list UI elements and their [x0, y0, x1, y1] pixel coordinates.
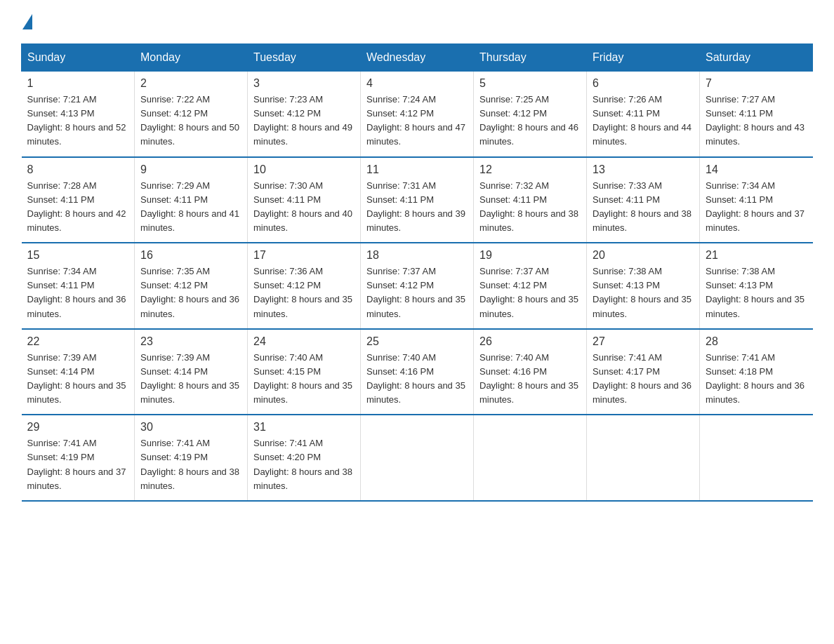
day-number: 2: [140, 77, 241, 90]
day-info: Sunrise: 7:37 AMSunset: 4:12 PMDaylight:…: [479, 264, 581, 321]
calendar-cell: 7 Sunrise: 7:27 AMSunset: 4:11 PMDayligh…: [700, 72, 813, 157]
day-number: 4: [366, 77, 468, 90]
day-number: 3: [253, 77, 355, 90]
calendar-cell: [361, 415, 474, 501]
calendar-cell: 3 Sunrise: 7:23 AMSunset: 4:12 PMDayligh…: [248, 72, 361, 157]
calendar-week-row: 8 Sunrise: 7:28 AMSunset: 4:11 PMDayligh…: [22, 157, 813, 243]
calendar-cell: 17 Sunrise: 7:36 AMSunset: 4:12 PMDaylig…: [248, 243, 361, 329]
day-number: 12: [479, 163, 581, 176]
calendar-cell: 10 Sunrise: 7:30 AMSunset: 4:11 PMDaylig…: [248, 157, 361, 243]
day-info: Sunrise: 7:21 AMSunset: 4:13 PMDaylight:…: [27, 93, 129, 149]
logo: [21, 14, 34, 29]
day-info: Sunrise: 7:41 AMSunset: 4:20 PMDaylight:…: [253, 436, 355, 493]
calendar-cell: 25 Sunrise: 7:40 AMSunset: 4:16 PMDaylig…: [361, 329, 474, 415]
header-sunday: Sunday: [22, 44, 135, 72]
calendar-body: 1 Sunrise: 7:21 AMSunset: 4:13 PMDayligh…: [22, 72, 813, 501]
day-info: Sunrise: 7:41 AMSunset: 4:17 PMDaylight:…: [593, 351, 694, 408]
day-info: Sunrise: 7:41 AMSunset: 4:19 PMDaylight:…: [27, 436, 129, 493]
header-saturday: Saturday: [700, 44, 813, 72]
day-number: 24: [253, 335, 355, 348]
calendar-cell: [587, 415, 700, 501]
calendar-cell: 30 Sunrise: 7:41 AMSunset: 4:19 PMDaylig…: [135, 415, 248, 501]
calendar-cell: [700, 415, 813, 501]
day-number: 18: [366, 249, 468, 262]
day-number: 20: [593, 249, 694, 262]
day-info: Sunrise: 7:37 AMSunset: 4:12 PMDaylight:…: [366, 264, 468, 321]
logo-triangle-icon: [22, 14, 32, 29]
calendar-cell: 11 Sunrise: 7:31 AMSunset: 4:11 PMDaylig…: [361, 157, 474, 243]
page-header: [21, 14, 813, 29]
day-info: Sunrise: 7:38 AMSunset: 4:13 PMDaylight:…: [593, 264, 694, 321]
calendar-cell: 21 Sunrise: 7:38 AMSunset: 4:13 PMDaylig…: [700, 243, 813, 329]
day-info: Sunrise: 7:30 AMSunset: 4:11 PMDaylight:…: [253, 179, 355, 236]
day-info: Sunrise: 7:31 AMSunset: 4:11 PMDaylight:…: [366, 179, 468, 236]
day-number: 25: [366, 335, 468, 348]
day-info: Sunrise: 7:34 AMSunset: 4:11 PMDaylight:…: [27, 264, 129, 321]
day-number: 5: [479, 77, 581, 90]
calendar-table: Sunday Monday Tuesday Wednesday Thursday…: [21, 43, 813, 502]
calendar-cell: 26 Sunrise: 7:40 AMSunset: 4:16 PMDaylig…: [474, 329, 587, 415]
header-friday: Friday: [587, 44, 700, 72]
day-number: 29: [27, 421, 129, 434]
day-number: 13: [593, 163, 694, 176]
day-number: 16: [140, 249, 241, 262]
header-tuesday: Tuesday: [248, 44, 361, 72]
day-info: Sunrise: 7:25 AMSunset: 4:12 PMDaylight:…: [479, 93, 581, 149]
day-number: 14: [706, 163, 807, 176]
calendar-cell: 8 Sunrise: 7:28 AMSunset: 4:11 PMDayligh…: [22, 157, 135, 243]
calendar-cell: [474, 415, 587, 501]
header-monday: Monday: [135, 44, 248, 72]
calendar-week-row: 29 Sunrise: 7:41 AMSunset: 4:19 PMDaylig…: [22, 415, 813, 501]
day-number: 15: [27, 249, 129, 262]
day-info: Sunrise: 7:35 AMSunset: 4:12 PMDaylight:…: [140, 264, 241, 321]
day-info: Sunrise: 7:32 AMSunset: 4:11 PMDaylight:…: [479, 179, 581, 236]
day-number: 22: [27, 335, 129, 348]
day-info: Sunrise: 7:28 AMSunset: 4:11 PMDaylight:…: [27, 179, 129, 236]
day-number: 23: [140, 335, 241, 348]
calendar-cell: 18 Sunrise: 7:37 AMSunset: 4:12 PMDaylig…: [361, 243, 474, 329]
calendar-week-row: 22 Sunrise: 7:39 AMSunset: 4:14 PMDaylig…: [22, 329, 813, 415]
day-info: Sunrise: 7:40 AMSunset: 4:16 PMDaylight:…: [366, 351, 468, 408]
calendar-cell: 23 Sunrise: 7:39 AMSunset: 4:14 PMDaylig…: [135, 329, 248, 415]
day-info: Sunrise: 7:24 AMSunset: 4:12 PMDaylight:…: [366, 93, 468, 149]
day-number: 10: [253, 163, 355, 176]
day-number: 26: [479, 335, 581, 348]
calendar-cell: 2 Sunrise: 7:22 AMSunset: 4:12 PMDayligh…: [135, 72, 248, 157]
calendar-cell: 19 Sunrise: 7:37 AMSunset: 4:12 PMDaylig…: [474, 243, 587, 329]
day-info: Sunrise: 7:23 AMSunset: 4:12 PMDaylight:…: [253, 93, 355, 149]
day-number: 7: [706, 77, 807, 90]
calendar-cell: 13 Sunrise: 7:33 AMSunset: 4:11 PMDaylig…: [587, 157, 700, 243]
calendar-cell: 27 Sunrise: 7:41 AMSunset: 4:17 PMDaylig…: [587, 329, 700, 415]
calendar-cell: 15 Sunrise: 7:34 AMSunset: 4:11 PMDaylig…: [22, 243, 135, 329]
day-number: 17: [253, 249, 355, 262]
day-number: 28: [706, 335, 807, 348]
day-info: Sunrise: 7:26 AMSunset: 4:11 PMDaylight:…: [593, 93, 694, 149]
day-info: Sunrise: 7:27 AMSunset: 4:11 PMDaylight:…: [706, 93, 807, 149]
day-number: 9: [140, 163, 241, 176]
day-number: 6: [593, 77, 694, 90]
calendar-cell: 6 Sunrise: 7:26 AMSunset: 4:11 PMDayligh…: [587, 72, 700, 157]
day-info: Sunrise: 7:29 AMSunset: 4:11 PMDaylight:…: [140, 179, 241, 236]
weekday-header-row: Sunday Monday Tuesday Wednesday Thursday…: [22, 44, 813, 72]
day-info: Sunrise: 7:33 AMSunset: 4:11 PMDaylight:…: [593, 179, 694, 236]
day-info: Sunrise: 7:40 AMSunset: 4:15 PMDaylight:…: [253, 351, 355, 408]
calendar-cell: 31 Sunrise: 7:41 AMSunset: 4:20 PMDaylig…: [248, 415, 361, 501]
calendar-cell: 14 Sunrise: 7:34 AMSunset: 4:11 PMDaylig…: [700, 157, 813, 243]
calendar-cell: 20 Sunrise: 7:38 AMSunset: 4:13 PMDaylig…: [587, 243, 700, 329]
calendar-cell: 5 Sunrise: 7:25 AMSunset: 4:12 PMDayligh…: [474, 72, 587, 157]
day-number: 21: [706, 249, 807, 262]
calendar-week-row: 1 Sunrise: 7:21 AMSunset: 4:13 PMDayligh…: [22, 72, 813, 157]
calendar-cell: 1 Sunrise: 7:21 AMSunset: 4:13 PMDayligh…: [22, 72, 135, 157]
day-info: Sunrise: 7:22 AMSunset: 4:12 PMDaylight:…: [140, 93, 241, 149]
calendar-cell: 22 Sunrise: 7:39 AMSunset: 4:14 PMDaylig…: [22, 329, 135, 415]
day-number: 19: [479, 249, 581, 262]
calendar-cell: 28 Sunrise: 7:41 AMSunset: 4:18 PMDaylig…: [700, 329, 813, 415]
day-number: 30: [140, 421, 241, 434]
calendar-cell: 12 Sunrise: 7:32 AMSunset: 4:11 PMDaylig…: [474, 157, 587, 243]
day-info: Sunrise: 7:39 AMSunset: 4:14 PMDaylight:…: [27, 351, 129, 408]
calendar-cell: 24 Sunrise: 7:40 AMSunset: 4:15 PMDaylig…: [248, 329, 361, 415]
day-number: 27: [593, 335, 694, 348]
day-number: 31: [253, 421, 355, 434]
header-wednesday: Wednesday: [361, 44, 474, 72]
calendar-cell: 4 Sunrise: 7:24 AMSunset: 4:12 PMDayligh…: [361, 72, 474, 157]
